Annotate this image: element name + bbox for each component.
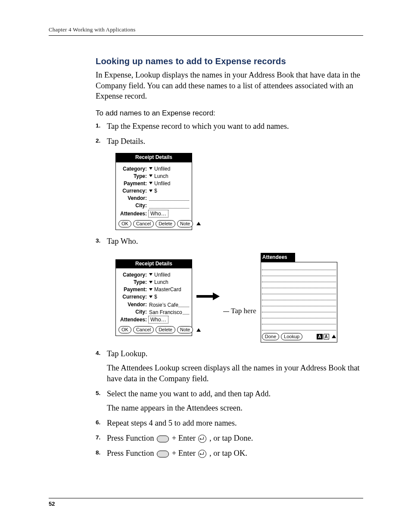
cancel-button[interactable]: Cancel <box>133 220 154 227</box>
scroll-up-icon[interactable] <box>196 222 201 225</box>
section-title: Looking up names to add to Expense recor… <box>96 56 363 67</box>
arrow-icon <box>196 294 221 299</box>
step-7: 7. Press Function + Enter , or tap Done. <box>96 433 363 444</box>
step-number: 1. <box>96 122 100 130</box>
vendor-input[interactable]: Rosie’s Cafe <box>149 302 189 307</box>
attendees-list[interactable] <box>262 264 336 330</box>
step-8: 8. Press Function + Enter , or tap OK. <box>96 448 363 459</box>
delete-button[interactable]: Delete <box>156 220 175 227</box>
city-value: San Francisco <box>149 309 182 315</box>
label-category: Category: <box>118 271 148 278</box>
delete-button[interactable]: Delete <box>156 326 175 333</box>
label-type: Type: <box>118 173 148 180</box>
step-number: 7. <box>96 434 100 442</box>
dropdown-icon[interactable] <box>149 182 153 184</box>
scroll-up-icon[interactable] <box>196 328 201 332</box>
running-header: Chapter 4 Working with Applications <box>49 26 363 36</box>
step-number: 3. <box>96 237 100 245</box>
function-key-icon <box>157 436 169 442</box>
step-5: 5. Select the name you want to add, and … <box>96 389 363 414</box>
who-button[interactable]: Who… <box>148 316 168 324</box>
label-attendees: Attendees: <box>118 210 148 217</box>
city-input[interactable] <box>149 203 189 208</box>
city-input[interactable]: San Francisco <box>149 309 189 314</box>
step-number: 8. <box>96 449 100 457</box>
dropdown-icon[interactable] <box>149 296 153 298</box>
attendees-title: Attendees <box>261 253 295 262</box>
dropdown-icon[interactable] <box>149 174 153 177</box>
step-text: Press Function + Enter , or tap OK. <box>107 449 247 457</box>
value-payment[interactable]: Unfiled <box>154 180 170 187</box>
step-5-detail: The name appears in the Attendees screen… <box>107 403 363 414</box>
step-text: Press Function + Enter , or tap Done. <box>107 434 253 442</box>
case-indicator[interactable]: A <box>324 334 329 339</box>
step-text: Select the name you want to add, and the… <box>107 389 271 398</box>
step-number: 2. <box>96 137 100 145</box>
label-vendor: Vendor: <box>118 195 148 202</box>
label-type: Type: <box>118 279 148 286</box>
procedure-title: To add names to an Expense record: <box>96 109 363 118</box>
dropdown-icon[interactable] <box>149 288 153 291</box>
label-vendor: Vendor: <box>118 301 148 308</box>
label-city: City: <box>118 202 148 209</box>
step-number: 4. <box>96 349 100 357</box>
page-number: 52 <box>49 501 55 507</box>
ok-button[interactable]: OK <box>118 326 131 333</box>
step-number: 6. <box>96 419 100 426</box>
note-button[interactable]: Note <box>177 220 193 227</box>
cancel-button[interactable]: Cancel <box>133 326 154 333</box>
enter-key-icon <box>198 450 206 458</box>
receipt-details-dialog-1: Receipt Details Category:Unfiled Type:Lu… <box>115 153 192 230</box>
step-2: 2. Tap Details. Receipt Details Category… <box>96 136 363 230</box>
value-category[interactable]: Unfiled <box>154 165 170 172</box>
value-type[interactable]: Lunch <box>154 173 168 180</box>
value-category[interactable]: Unfiled <box>154 271 170 278</box>
label-currency: Currency: <box>118 187 148 194</box>
receipt-details-dialog-2: Receipt Details Category:Unfiled Type:Lu… <box>115 259 192 336</box>
step-4-detail: The Attendees Lookup screen displays all… <box>107 363 363 384</box>
vendor-value: Rosie’s Cafe <box>149 302 178 308</box>
step-1: 1. Tap the Expense record to which you w… <box>96 121 363 132</box>
value-currency[interactable]: $ <box>154 293 157 300</box>
note-button[interactable]: Note <box>177 326 193 333</box>
label-category: Category: <box>118 165 148 172</box>
step-text: Tap Lookup. <box>107 349 147 358</box>
who-button[interactable]: Who… <box>148 210 168 218</box>
dropdown-icon[interactable] <box>149 281 153 283</box>
value-payment[interactable]: MasterCard <box>154 286 181 293</box>
step-number: 5. <box>96 389 100 397</box>
function-key-icon <box>157 451 169 457</box>
label-payment: Payment: <box>118 180 148 187</box>
step-text: Repeat steps 4 and 5 to add more names. <box>107 419 237 427</box>
lookup-button[interactable]: Lookup <box>281 333 302 340</box>
dropdown-icon[interactable] <box>149 167 153 170</box>
value-type[interactable]: Lunch <box>154 279 168 286</box>
label-currency: Currency: <box>118 293 148 300</box>
step-text: Tap the Expense record to which you want… <box>107 122 289 131</box>
dialog-title: Receipt Details <box>115 259 192 268</box>
page-footer: 52 <box>49 498 363 508</box>
step-6: 6. Repeat steps 4 and 5 to add more name… <box>96 418 363 429</box>
done-button[interactable]: Done <box>262 333 279 340</box>
label-attendees: Attendees: <box>118 316 148 323</box>
step-4: 4. Tap Lookup. The Attendees Lookup scre… <box>96 348 363 384</box>
label-payment: Payment: <box>118 286 148 293</box>
vendor-input[interactable] <box>149 196 189 201</box>
label-city: City: <box>118 308 148 315</box>
step-text: Tap Details. <box>107 137 145 146</box>
case-indicator-selected[interactable]: A <box>317 334 322 339</box>
scroll-up-icon[interactable] <box>332 335 336 338</box>
value-currency[interactable]: $ <box>154 187 157 194</box>
dialog-title: Receipt Details <box>115 153 192 162</box>
enter-key-icon <box>198 435 206 443</box>
dropdown-icon[interactable] <box>149 190 153 192</box>
step-text: Tap Who. <box>107 237 138 246</box>
attendees-panel: Attendees Done Lookup <box>261 253 337 342</box>
step-3: 3. Tap Who. Receipt Details Category:Unf… <box>96 236 363 342</box>
callout-tap-here: Tap here <box>223 306 256 316</box>
intro-paragraph: In Expense, Lookup displays the names in… <box>96 70 363 102</box>
dropdown-icon[interactable] <box>149 273 153 276</box>
ok-button[interactable]: OK <box>118 220 131 227</box>
